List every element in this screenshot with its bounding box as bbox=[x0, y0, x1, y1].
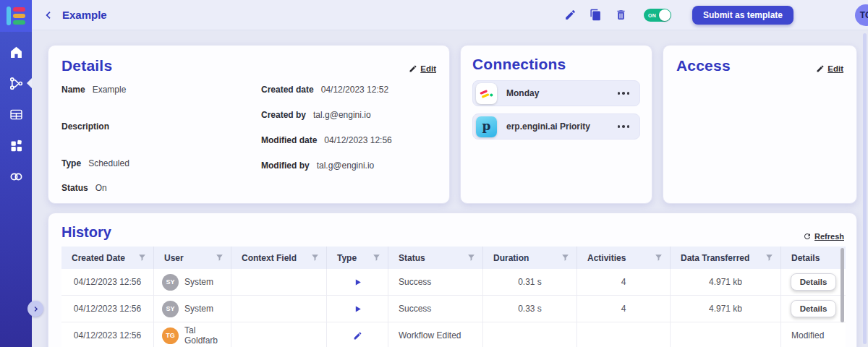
priority-logo: p bbox=[476, 116, 497, 137]
field-created-date: Created date 04/12/2023 12:52 bbox=[261, 85, 436, 95]
filter-icon bbox=[310, 253, 320, 262]
connection-item-monday[interactable]: Monday bbox=[472, 80, 640, 106]
details-edit-label: Edit bbox=[420, 64, 436, 73]
cell-activities: 4 bbox=[577, 296, 671, 322]
cell-user: SY System bbox=[154, 269, 231, 296]
back-button[interactable] bbox=[41, 7, 56, 23]
chevron-right-icon bbox=[31, 304, 41, 314]
chevron-left-icon bbox=[43, 9, 54, 21]
refresh-label: Refresh bbox=[814, 232, 844, 241]
cell-duration bbox=[483, 322, 577, 347]
field-type: Type Scheduled bbox=[61, 158, 261, 168]
field-name: Name Example bbox=[61, 85, 261, 95]
filter-icon bbox=[215, 253, 224, 262]
submit-as-template-button[interactable]: Submit as template bbox=[692, 6, 793, 25]
cell-type bbox=[327, 322, 388, 347]
table-row: 04/12/2023 12:56 SY System Success 0.33 … bbox=[61, 296, 844, 322]
field-modified-date: Modified date 04/12/2023 12:56 bbox=[261, 135, 436, 145]
details-title: Details bbox=[61, 57, 436, 74]
field-description: Description bbox=[61, 121, 261, 132]
access-edit-button[interactable]: Edit bbox=[816, 64, 843, 73]
trash-icon bbox=[615, 9, 627, 21]
cell-activities: 4 bbox=[577, 269, 671, 296]
details-left-column: Name Example Description Type Scheduled bbox=[61, 85, 261, 193]
connections-title: Connections bbox=[472, 56, 640, 73]
topbar-actions: ON Submit as template TG bbox=[563, 4, 868, 26]
sidebar-item-workflows[interactable] bbox=[7, 74, 25, 92]
summary-cards-row: Details Edit Name Example Description bbox=[48, 45, 857, 204]
sidebar-item-home[interactable] bbox=[7, 43, 25, 61]
cell-created-date: 04/12/2023 12:56 bbox=[61, 296, 154, 322]
workflow-status-toggle[interactable]: ON bbox=[644, 9, 671, 22]
details-button[interactable]: Details bbox=[791, 273, 837, 291]
page-scrollbar[interactable] bbox=[863, 33, 867, 344]
cell-data-transferred: 4.971 kb bbox=[671, 296, 781, 322]
pencil-icon bbox=[816, 64, 825, 73]
cell-type bbox=[327, 296, 388, 322]
connection-name: erp.engini.ai Priority bbox=[506, 121, 590, 132]
cell-details: Modified bbox=[781, 322, 846, 347]
edit-workflow-button[interactable] bbox=[563, 8, 578, 22]
connections-card: Connections Monday p bbox=[460, 45, 652, 204]
table-scrollbar[interactable] bbox=[841, 248, 844, 322]
access-edit-label: Edit bbox=[827, 64, 843, 73]
connection-name: Monday bbox=[506, 88, 539, 98]
app-logo[interactable] bbox=[0, 0, 32, 32]
refresh-button[interactable]: Refresh bbox=[803, 232, 844, 241]
monday-logo bbox=[476, 83, 497, 104]
field-modified-by: Modified by tal.g@engini.io bbox=[261, 160, 436, 171]
sidebar-item-integrations[interactable] bbox=[7, 137, 25, 154]
column-header-context-field[interactable]: Context Field bbox=[231, 247, 327, 269]
pencil-icon bbox=[564, 9, 576, 21]
filter-icon bbox=[654, 253, 663, 262]
avatar: SY bbox=[162, 301, 179, 317]
page-title: Example bbox=[62, 9, 107, 21]
connection-menu-button[interactable] bbox=[618, 122, 630, 131]
table-row: 04/12/2023 12:56 SY System Success 0.31 … bbox=[61, 269, 844, 296]
connection-menu-button[interactable] bbox=[618, 89, 630, 98]
filter-icon bbox=[137, 253, 147, 262]
column-header-user[interactable]: User bbox=[154, 247, 231, 269]
history-card: History Refresh Created Date User Contex… bbox=[48, 213, 857, 347]
table-icon bbox=[9, 107, 24, 122]
main-content: Details Edit Name Example Description bbox=[32, 30, 868, 347]
app-root: Example ON Submit as template TG Details bbox=[0, 0, 868, 347]
sidebar-nav bbox=[0, 43, 32, 185]
duplicate-workflow-button[interactable] bbox=[589, 8, 603, 22]
column-header-activities[interactable]: Activities bbox=[577, 247, 671, 269]
cell-status: Success bbox=[388, 269, 483, 296]
sidebar-item-connections[interactable] bbox=[7, 168, 25, 185]
field-created-by: Created by tal.g@engini.io bbox=[261, 110, 436, 120]
details-button[interactable]: Details bbox=[791, 300, 837, 317]
cell-context-field bbox=[231, 322, 327, 347]
sidebar-item-tables[interactable] bbox=[7, 106, 25, 123]
cell-details: Details bbox=[781, 269, 846, 296]
sidebar bbox=[0, 0, 32, 347]
details-edit-button[interactable]: Edit bbox=[409, 64, 436, 73]
user-avatar[interactable]: TG bbox=[855, 4, 868, 26]
column-header-data-transferred[interactable]: Data Transferred bbox=[671, 247, 781, 269]
puzzle-icon bbox=[9, 138, 24, 153]
delete-workflow-button[interactable] bbox=[614, 8, 629, 22]
link-icon bbox=[9, 169, 24, 184]
column-header-created-date[interactable]: Created Date bbox=[61, 247, 154, 269]
toggle-knob bbox=[659, 9, 671, 21]
sidebar-expand-button[interactable] bbox=[27, 301, 43, 317]
cell-status: Workflow Edited bbox=[388, 322, 483, 347]
access-card: Access Edit bbox=[663, 45, 857, 204]
cell-created-date: 04/12/2023 12:56 bbox=[61, 322, 154, 347]
cell-status: Success bbox=[388, 296, 483, 322]
topbar: Example ON Submit as template TG bbox=[32, 0, 868, 30]
cell-activities bbox=[577, 322, 671, 347]
column-header-status[interactable]: Status bbox=[388, 247, 483, 269]
history-title: History bbox=[61, 224, 111, 241]
cell-user: SY System bbox=[154, 296, 231, 322]
connection-item-priority[interactable]: p erp.engini.ai Priority bbox=[472, 113, 640, 140]
play-icon bbox=[353, 278, 362, 287]
column-header-details: Details bbox=[781, 247, 846, 269]
field-status: Status On bbox=[61, 183, 261, 193]
column-header-type[interactable]: Type bbox=[327, 247, 388, 269]
cell-duration: 0.33 s bbox=[483, 296, 577, 322]
column-header-duration[interactable]: Duration bbox=[483, 247, 577, 269]
cell-user: TG Tal Goldfarb bbox=[154, 322, 231, 347]
